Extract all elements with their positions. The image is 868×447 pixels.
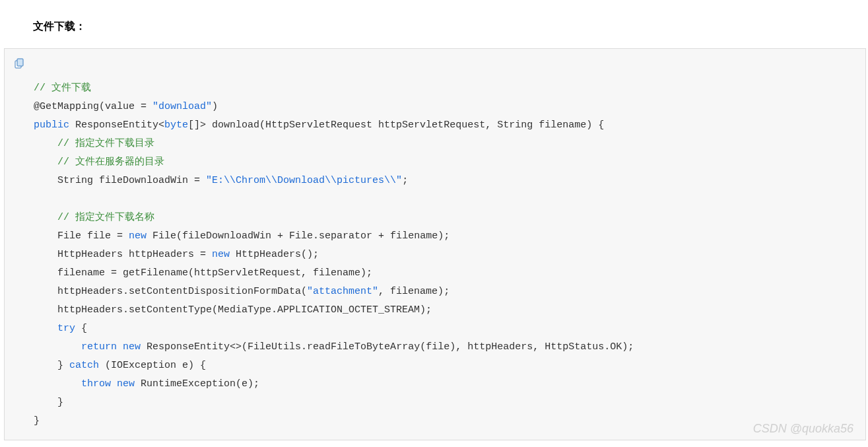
code-token-comment: // 指定文件下载目录 [57, 138, 154, 149]
code-token-comment: // 文件下载 [34, 83, 91, 94]
code-token-keyword: throw [81, 378, 111, 390]
code-token-keyword: new [212, 249, 230, 260]
code-token-comment: // 文件在服务器的目录 [57, 156, 164, 168]
svg-rect-1 [17, 59, 23, 66]
code-token-keyword: try [57, 323, 75, 334]
code-token-string: "download" [152, 101, 212, 112]
code-token-keyword: catch [69, 360, 99, 371]
code-token-keyword: byte [164, 120, 188, 131]
code-token-keyword: new [129, 230, 147, 242]
section-heading: 文件下载： [33, 20, 868, 34]
code-token-keyword: return [81, 341, 117, 353]
code-token-string: "attachment" [307, 286, 378, 297]
code-token-keyword: new [123, 341, 141, 353]
code-token-comment: // 指定文件下载名称 [57, 212, 154, 223]
code-block: // 文件下载 @GetMapping(value = "download") … [14, 79, 865, 430]
code-token-string: "E:\\Chrom\\Download\\pictures\\" [206, 175, 402, 186]
code-token-keyword: public [34, 120, 69, 131]
code-token-keyword: new [117, 378, 135, 390]
copy-icon[interactable] [14, 58, 24, 69]
code-panel: // 文件下载 @GetMapping(value = "download") … [4, 48, 866, 440]
